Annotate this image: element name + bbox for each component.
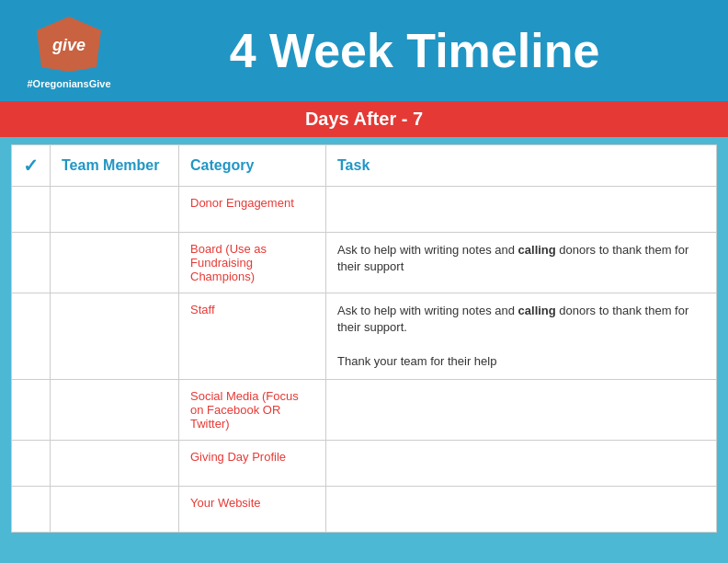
check-cell — [12, 233, 51, 293]
task-cell — [326, 187, 717, 233]
task-cell: Ask to help with writing notes and calli… — [326, 233, 717, 293]
page-title: 4 Week Timeline — [119, 23, 710, 78]
check-cell — [12, 440, 51, 486]
task-cell — [326, 440, 717, 486]
category-cell: Staff — [179, 293, 326, 380]
category-cell: Donor Engagement — [179, 187, 326, 233]
timeline-table: ✓ Team Member Category Task Donor Engage… — [11, 144, 717, 533]
table-row: Social Media (Focus on Facebook OR Twitt… — [12, 379, 717, 440]
team-member-cell — [51, 293, 179, 380]
hashtag-label: #OregoniansGive — [27, 78, 110, 89]
table-row: Donor Engagement — [12, 187, 717, 233]
check-cell — [12, 486, 51, 532]
table-row: StaffAsk to help with writing notes and … — [12, 293, 717, 380]
days-banner: Days After - 7 — [0, 101, 728, 137]
team-member-cell — [51, 486, 179, 532]
category-cell: Your Website — [179, 486, 326, 532]
team-member-cell — [51, 233, 179, 293]
svg-text:give: give — [51, 36, 85, 54]
table-row: Board (Use as Fundraising Champions)Ask … — [12, 233, 717, 293]
task-cell — [326, 486, 717, 532]
team-member-column-header: Team Member — [51, 145, 179, 187]
category-cell: Giving Day Profile — [179, 440, 326, 486]
check-cell — [12, 293, 51, 380]
task-cell: Ask to help with writing notes and calli… — [326, 293, 717, 380]
header: give #OregoniansGive 4 Week Timeline — [0, 0, 728, 101]
check-column-header: ✓ — [12, 145, 51, 187]
table-row: Your Website — [12, 486, 717, 532]
category-column-header: Category — [179, 145, 326, 187]
check-cell — [12, 187, 51, 233]
category-cell: Board (Use as Fundraising Champions) — [179, 233, 326, 293]
team-member-cell — [51, 187, 179, 233]
task-cell — [326, 379, 717, 440]
team-member-cell — [51, 379, 179, 440]
category-cell: Social Media (Focus on Facebook OR Twitt… — [179, 379, 326, 440]
logo-area: give #OregoniansGive — [18, 12, 119, 89]
table-container: ✓ Team Member Category Task Donor Engage… — [0, 137, 728, 540]
task-column-header: Task — [326, 145, 717, 187]
table-row: Giving Day Profile — [12, 440, 717, 486]
logo-shape: give — [32, 12, 106, 76]
team-member-cell — [51, 440, 179, 486]
table-header-row: ✓ Team Member Category Task — [12, 145, 717, 187]
check-cell — [12, 379, 51, 440]
